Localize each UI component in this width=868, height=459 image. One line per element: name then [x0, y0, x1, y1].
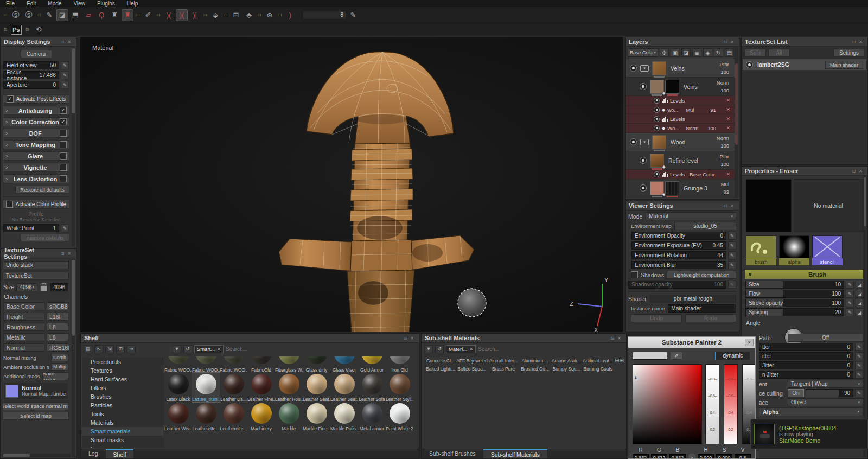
visibility-icon[interactable]: [654, 171, 660, 177]
mask-open-icon[interactable]: )(: [163, 9, 175, 21]
material-item[interactable]: AFF Bejeweled: [456, 355, 488, 364]
checkbox[interactable]: [60, 130, 67, 137]
material-item[interactable]: Lazure_titani...: [192, 373, 220, 402]
clone-stamp-icon[interactable]: ♜: [108, 9, 120, 21]
instance-name-field[interactable]: Main shader: [668, 304, 736, 313]
material-item[interactable]: Baked Lighti...: [425, 364, 456, 372]
pencil-icon[interactable]: ✎: [855, 371, 863, 379]
size-dropdown[interactable]: 4096▾: [16, 283, 37, 291]
folder-icon[interactable]: ▤: [84, 345, 92, 353]
bake-textures-button[interactable]: Bake textur: [42, 372, 68, 380]
link-shelf-icon[interactable]: ⇥: [127, 345, 136, 353]
material-item[interactable]: Leather Wea...: [164, 402, 192, 431]
material-item[interactable]: Glass dirty: [303, 355, 330, 373]
effect-name[interactable]: Levels: [670, 116, 685, 122]
layer-opacity[interactable]: 82: [723, 189, 729, 195]
steam-notification[interactable]: (TGP)Kristopher06804 is now playing Star…: [750, 419, 868, 449]
tab-brush[interactable]: brush: [746, 235, 776, 265]
tab-alpha[interactable]: alpha: [779, 235, 809, 265]
pencil-icon[interactable]: ✎: [347, 9, 359, 21]
pencil-icon[interactable]: ✎: [728, 251, 736, 259]
textureset-button[interactable]: TextureSet: [3, 272, 69, 280]
activate-color-profile[interactable]: Activate Color Profile: [3, 200, 69, 209]
effect-opacity[interactable]: 100: [702, 125, 716, 131]
pencil-icon[interactable]: ✎: [846, 308, 854, 316]
brush-section-header[interactable]: ∨Brush: [745, 270, 864, 279]
folder-open-icon[interactable]: ▾: [640, 139, 649, 145]
pencil-icon[interactable]: ✎: [728, 261, 736, 269]
jitter-field[interactable]: Jitter0: [759, 361, 853, 369]
lightweight-computation-button[interactable]: Lightweight computation: [667, 271, 736, 279]
undo-stack-button[interactable]: Undo stack: [3, 261, 69, 269]
shelf-tab[interactable]: Log: [81, 449, 106, 458]
layer-effect-row[interactable]: ◆ Wo... Norm 100 ✕: [626, 124, 735, 133]
layer-blend-mode[interactable]: Pthr: [720, 154, 729, 160]
checkbox[interactable]: [60, 152, 67, 160]
redo-button[interactable]: Redo: [685, 314, 736, 322]
select-world-space-normal-button[interactable]: Select world space normal ma: [3, 402, 69, 410]
channel-name[interactable]: Metallic: [3, 333, 44, 341]
close-icon[interactable]: ✕: [469, 347, 473, 352]
channel-name[interactable]: Base Color: [3, 302, 44, 310]
substance-material-icon[interactable]: Ⓢ: [23, 9, 35, 21]
close-icon[interactable]: ✕: [857, 169, 864, 174]
material-item[interactable]: Fabric WOO...: [220, 355, 247, 373]
layer-opacity[interactable]: 100: [720, 69, 729, 75]
channel-format-dropdown[interactable]: RGB16F: [47, 343, 68, 352]
subshelf-tab[interactable]: Sub-shelf Brushes: [422, 449, 483, 458]
chevron-right-icon[interactable]: >: [5, 131, 11, 136]
clone-source-icon[interactable]: ♜: [122, 9, 133, 21]
value-field[interactable]: Environment Rotation44: [631, 251, 726, 259]
filter-icon[interactable]: ▼: [424, 345, 433, 353]
dialog-titlebar[interactable]: Substance Painter 2 ✕: [628, 337, 755, 348]
projection-tool-icon[interactable]: ⬒: [69, 9, 81, 21]
tool-size-field[interactable]: 8: [303, 11, 346, 20]
restore-defaults-button[interactable]: Restore defaults: [21, 234, 69, 241]
param-slider[interactable]: Stroke opacity100: [745, 299, 844, 307]
material-item[interactable]: Fiberglass W...: [275, 355, 303, 373]
filter-tag[interactable]: Smart...✕: [194, 345, 224, 353]
menu-item[interactable]: View: [67, 1, 91, 7]
layer-effect-row[interactable]: Levels ✕: [626, 114, 735, 124]
post-effect-section[interactable]: > Glare: [3, 151, 69, 161]
pencil-icon[interactable]: ✎: [61, 71, 69, 79]
checkbox[interactable]: [60, 175, 67, 182]
material-item[interactable]: Leather Sofa: [358, 373, 386, 402]
shadows-checkbox[interactable]: [631, 271, 638, 278]
solo-button[interactable]: Solo: [744, 49, 766, 57]
color-value-field[interactable]: 0.000: [698, 454, 714, 459]
pencil-icon[interactable]: ✎: [855, 343, 863, 351]
add-group-icon[interactable]: ≣: [692, 48, 701, 57]
checkbox[interactable]: [60, 164, 67, 171]
menu-item[interactable]: Edit: [21, 1, 42, 7]
shelf-category[interactable]: Procedurals: [82, 358, 163, 366]
dock-icon[interactable]: ⊡: [609, 336, 616, 341]
layer-thumbnail[interactable]: ◈: [650, 80, 664, 94]
material-item[interactable]: Metal armor: [358, 402, 386, 431]
pencil-icon[interactable]: ✎: [846, 280, 854, 289]
post-effect-section[interactable]: > Tone Mapping: [3, 140, 69, 149]
dock-icon[interactable]: ⊡: [722, 203, 729, 208]
add-folder-icon[interactable]: ▤: [725, 48, 734, 57]
pencil-icon[interactable]: ✎: [61, 61, 69, 69]
subshelf-tab[interactable]: Sub-shelf Materials: [483, 449, 547, 458]
space-dropdown[interactable]: Object▾: [788, 398, 863, 406]
viewport-3d[interactable]: Material: [80, 37, 623, 332]
value-field[interactable]: Environment Opacity0: [631, 232, 726, 240]
pencil-icon[interactable]: ✎: [846, 299, 854, 307]
size-locked-field[interactable]: 4096: [50, 283, 68, 291]
layer-effect-row[interactable]: ◆ wo... Mul 91 ✕: [626, 105, 735, 114]
effect-name[interactable]: Wo...: [667, 125, 686, 131]
mixing-dropdown[interactable]: Comb: [51, 354, 68, 361]
material-item[interactable]: Paint White 2: [386, 402, 413, 431]
visibility-icon[interactable]: [654, 116, 660, 122]
dock-icon[interactable]: ⊡: [851, 169, 858, 174]
dock-icon[interactable]: ⊡: [851, 40, 858, 44]
pressure-icon[interactable]: ◢: [856, 299, 864, 307]
channel-format-dropdown[interactable]: L8: [47, 323, 68, 331]
mask-thumbnail[interactable]: [665, 80, 679, 94]
material-item[interactable]: Leather Da...: [220, 373, 247, 402]
dock-icon[interactable]: ⊡: [59, 40, 66, 44]
restore-all-defaults-button[interactable]: Restore all defaults: [15, 186, 69, 194]
value-slider[interactable]: 0.80.60.40.2: [705, 364, 719, 444]
